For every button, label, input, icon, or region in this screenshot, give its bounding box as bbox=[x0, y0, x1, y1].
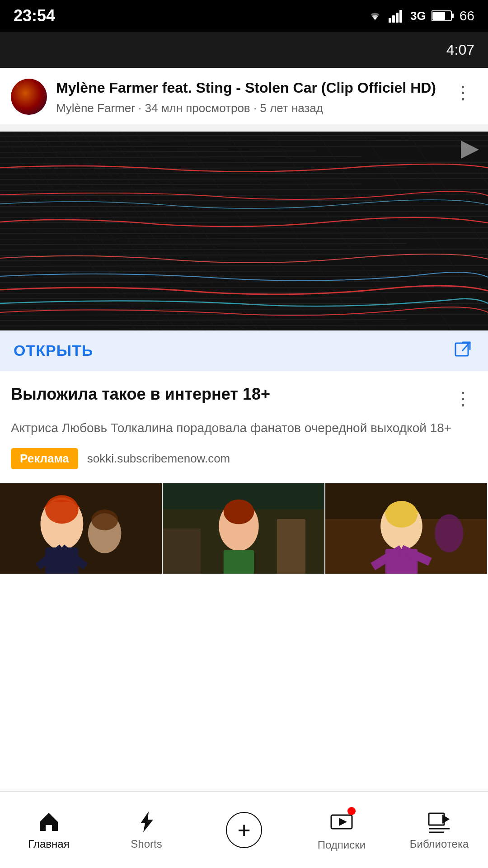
ad-artwork bbox=[0, 132, 488, 330]
status-icons: 3G 66 bbox=[367, 8, 474, 24]
nav-home-label: Главная bbox=[28, 838, 69, 850]
nav-subscriptions[interactable]: Подписки bbox=[293, 809, 390, 851]
video-current-time: 4:07 bbox=[446, 42, 474, 58]
nav-add[interactable]: + bbox=[195, 812, 293, 848]
dots-icon: ⋮ bbox=[454, 82, 473, 103]
svg-rect-78 bbox=[277, 519, 305, 574]
bottom-navigation: Главная Shorts + Подписки bbox=[0, 791, 488, 868]
svg-point-83 bbox=[385, 501, 418, 528]
ad-content: Выложила такое в интернет 18+ ⋮ Актриса … bbox=[0, 371, 488, 484]
shorts-icon bbox=[134, 810, 159, 834]
svg-point-85 bbox=[435, 514, 463, 552]
ad-badge: Реклама bbox=[11, 448, 78, 469]
home-icon bbox=[37, 810, 61, 834]
svg-marker-91 bbox=[442, 815, 450, 824]
network-type: 3G bbox=[410, 9, 426, 23]
video-player-bar: 4:07 bbox=[0, 32, 488, 68]
thumbnails-row bbox=[0, 483, 488, 574]
thumbnail-2[interactable] bbox=[163, 483, 325, 574]
notification-dot bbox=[347, 807, 356, 815]
nav-shorts-label: Shorts bbox=[131, 838, 162, 850]
svg-point-76 bbox=[224, 500, 254, 524]
nav-shorts[interactable]: Shorts bbox=[98, 810, 195, 850]
subscriptions-icon-wrapper bbox=[329, 809, 354, 835]
plus-icon: + bbox=[237, 819, 250, 841]
svg-point-72 bbox=[91, 509, 118, 530]
video-info-section: Mylène Farmer feat. Sting - Stolen Car (… bbox=[0, 68, 488, 124]
wifi-icon bbox=[367, 9, 383, 23]
video-meta: Mylène Farmer feat. Sting - Stolen Car (… bbox=[56, 79, 441, 115]
nav-subscriptions-label: Подписки bbox=[318, 839, 366, 851]
channel-avatar[interactable] bbox=[11, 79, 47, 115]
svg-rect-79 bbox=[163, 528, 201, 574]
battery-level: 66 bbox=[460, 8, 474, 24]
signal-icon bbox=[389, 9, 405, 23]
svg-rect-63 bbox=[455, 343, 468, 356]
svg-rect-1 bbox=[392, 15, 395, 23]
ad-meta: Реклама sokki.subscribemenow.com bbox=[11, 448, 477, 469]
svg-rect-90 bbox=[429, 813, 444, 825]
nav-library-label: Библиотека bbox=[410, 838, 469, 850]
open-label[interactable]: ОТКРЫТЬ bbox=[14, 342, 93, 359]
ad-more-options-button[interactable]: ⋮ bbox=[450, 385, 477, 412]
add-button[interactable]: + bbox=[226, 812, 262, 848]
svg-rect-77 bbox=[224, 550, 254, 574]
video-subtitle: Mylène Farmer · 34 млн просмотров · 5 ле… bbox=[56, 101, 441, 115]
svg-rect-7 bbox=[0, 132, 488, 330]
ad-title: Выложила такое в интернет 18+ bbox=[11, 385, 450, 404]
svg-rect-3 bbox=[399, 10, 402, 23]
svg-point-67 bbox=[45, 495, 79, 524]
status-time: 23:54 bbox=[14, 6, 55, 25]
svg-rect-2 bbox=[396, 13, 399, 23]
status-bar: 23:54 3G 66 bbox=[0, 0, 488, 32]
thumbnail-3[interactable] bbox=[325, 483, 488, 574]
ad-title-row: Выложила такое в интернет 18+ ⋮ bbox=[11, 385, 477, 412]
video-title[interactable]: Mylène Farmer feat. Sting - Stolen Car (… bbox=[56, 79, 441, 98]
ad-image[interactable] bbox=[0, 132, 488, 330]
battery-icon bbox=[432, 10, 454, 22]
library-icon bbox=[427, 810, 451, 834]
external-link-icon[interactable] bbox=[455, 339, 474, 363]
svg-rect-0 bbox=[389, 18, 391, 23]
svg-marker-89 bbox=[339, 818, 347, 826]
svg-rect-6 bbox=[432, 12, 445, 20]
svg-rect-5 bbox=[451, 14, 454, 18]
ad-open-bar[interactable]: ОТКРЫТЬ bbox=[0, 330, 488, 371]
more-options-button[interactable]: ⋮ bbox=[450, 79, 477, 106]
nav-library[interactable]: Библиотека bbox=[390, 810, 488, 850]
ad-url: sokki.subscribemenow.com bbox=[87, 452, 230, 466]
section-divider bbox=[0, 124, 488, 132]
ad-description: Актриса Любовь Толкалина порадовала фана… bbox=[11, 419, 477, 438]
ad-dots-icon: ⋮ bbox=[454, 388, 473, 409]
nav-home[interactable]: Главная bbox=[0, 810, 98, 850]
thumbnail-1[interactable] bbox=[0, 483, 163, 574]
